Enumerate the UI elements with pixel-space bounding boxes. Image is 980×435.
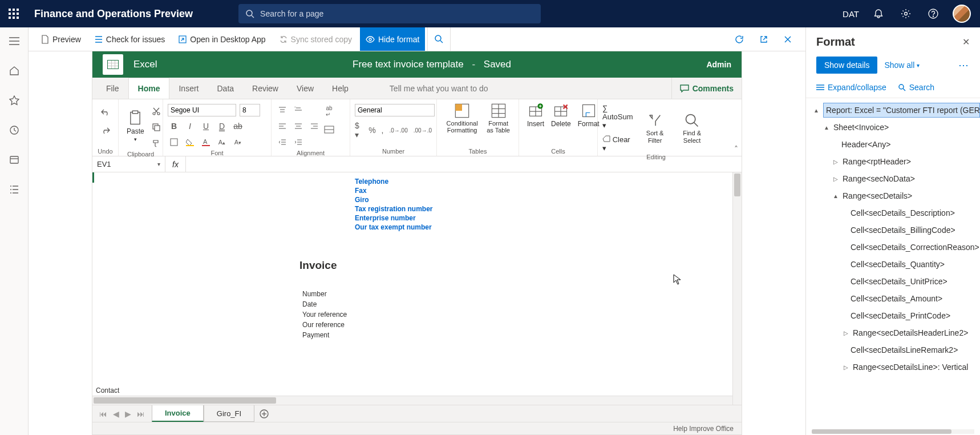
tree-cell-desc[interactable]: Cell<secDetails_Description>	[812, 204, 980, 221]
border-icon[interactable]	[168, 136, 180, 148]
percent-icon[interactable]: %	[368, 126, 375, 135]
tree-cell-price[interactable]: Cell<secDetails_UnitPrice>	[812, 273, 980, 290]
panel-close-icon[interactable]: ✕	[962, 37, 970, 47]
font-color-icon[interactable]: A	[200, 136, 212, 148]
nav-hamburger-icon[interactable]	[7, 34, 21, 48]
align-left-icon[interactable]	[276, 120, 289, 132]
invoice-heading[interactable]: Invoice	[299, 259, 732, 272]
autosum-button[interactable]: ∑ AutoSum ▾	[602, 104, 635, 130]
grow-font-icon[interactable]: A▴	[216, 136, 228, 148]
tree-sheet[interactable]: ▲Sheet<Invoice>	[812, 119, 980, 136]
comma-icon[interactable]: ,	[382, 126, 384, 135]
find-select-button[interactable]: Find & Select	[674, 104, 710, 152]
outdent-icon[interactable]	[276, 136, 289, 148]
cell-fax[interactable]: Fax	[355, 186, 732, 195]
expand-collapse-link[interactable]: Expand/collapse	[816, 83, 886, 92]
tab-help[interactable]: Help	[323, 78, 358, 99]
tree-range-hdrline2[interactable]: ▷Range<secDetailsHeaderLine2>	[812, 324, 980, 341]
indent-icon[interactable]	[292, 136, 305, 148]
refresh-button[interactable]	[728, 27, 751, 51]
tree-range-detailsline[interactable]: ▷Range<secDetailsLine>: Vertical	[812, 359, 980, 376]
redo-icon[interactable]	[99, 124, 112, 137]
delete-cells-button[interactable]: Delete	[548, 102, 574, 129]
sheet-vscroll[interactable]	[732, 172, 742, 405]
comments-button[interactable]: Comments	[671, 78, 742, 99]
inc-decimal-icon[interactable]: .0→.00	[390, 127, 408, 134]
show-all-link[interactable]: Show all▾	[884, 61, 920, 70]
sheet-tab-invoice[interactable]: Invoice	[152, 405, 204, 422]
cell-giro[interactable]: Giro	[355, 195, 732, 204]
tree-cell-printcode[interactable]: Cell<secDetails_PrintCode>	[812, 307, 980, 324]
show-details-button[interactable]: Show details	[816, 57, 877, 74]
currency-icon[interactable]: $ ▾	[355, 121, 363, 139]
tree-cell-remark2[interactable]: Cell<secDetailsLineRemark2>	[812, 341, 980, 359]
tab-view[interactable]: View	[287, 78, 323, 99]
check-issues-button[interactable]: Check for issues	[89, 27, 171, 51]
hide-format-button[interactable]: Hide format	[360, 27, 425, 51]
sheet-tab-giro[interactable]: Giro_FI	[204, 405, 254, 422]
tree-cell-amount[interactable]: Cell<secDetails_Amount>	[812, 290, 980, 307]
nav-modules-icon[interactable]	[7, 183, 21, 196]
gear-icon[interactable]	[898, 6, 914, 22]
format-painter-icon[interactable]	[150, 137, 163, 150]
collapse-ribbon-icon[interactable]: ˄	[734, 144, 738, 154]
copy-icon[interactable]	[150, 121, 163, 134]
underline-icon[interactable]: U	[200, 120, 212, 132]
user-avatar[interactable]	[953, 5, 971, 23]
open-desktop-button[interactable]: Open in Desktop App	[173, 27, 271, 51]
cell-yourref[interactable]: Your reference	[302, 309, 732, 320]
merge-icon[interactable]	[323, 123, 335, 136]
number-format-select[interactable]	[355, 104, 435, 116]
status-help[interactable]: Help Improve Office	[673, 425, 734, 433]
format-table-button[interactable]: Format as Table	[483, 102, 514, 135]
cell-taxexempt[interactable]: Our tax exempt number	[355, 223, 732, 232]
panel-search-link[interactable]: Search	[898, 83, 934, 92]
cell-number[interactable]: Number	[302, 289, 732, 299]
cell-payment[interactable]: Payment	[302, 330, 732, 340]
sheet-nav-next-icon[interactable]: ▶	[125, 409, 131, 418]
align-top-icon[interactable]	[276, 104, 289, 116]
tree-secnodata[interactable]: ▷Range<secNoData>	[812, 170, 980, 187]
tree-cell-qty[interactable]: Cell<secDetails_Quantity>	[812, 256, 980, 273]
cell-ourref[interactable]: Our reference	[302, 320, 732, 330]
sheet-nav-last-icon[interactable]: ⏭	[137, 409, 145, 418]
global-search[interactable]: Search for a page	[238, 4, 541, 23]
align-mid-icon[interactable]	[292, 104, 305, 116]
fx-icon[interactable]: fx	[165, 156, 186, 172]
nav-recent-icon[interactable]	[7, 123, 21, 137]
font-size-select[interactable]	[240, 104, 260, 116]
popout-button[interactable]	[753, 27, 775, 51]
tree-secdetails[interactable]: ▲Range<secDetails>	[812, 187, 980, 204]
dec-decimal-icon[interactable]: .00→.0	[414, 127, 432, 134]
tab-file[interactable]: File	[97, 78, 128, 99]
align-right-icon[interactable]	[308, 120, 321, 132]
sheet-nav-prev-icon[interactable]: ◀	[113, 409, 119, 418]
cell-enterprise[interactable]: Enterprise number	[355, 214, 732, 223]
tab-insert[interactable]: Insert	[169, 78, 208, 99]
app-launcher-icon[interactable]	[5, 5, 23, 23]
shrink-font-icon[interactable]: A▾	[232, 136, 244, 148]
font-name-select[interactable]	[168, 104, 236, 116]
excel-doc-title[interactable]: Free text invoice template	[353, 59, 464, 70]
tree-header[interactable]: Header<Any>	[812, 136, 980, 153]
cell-telephone[interactable]: Telephone	[355, 177, 732, 186]
tree-root[interactable]: ▲Report: Excel = "Customer FTI report (G…	[812, 102, 980, 119]
add-sheet-icon[interactable]	[254, 405, 274, 422]
tree-cell-correction[interactable]: Cell<secDetails_CorrectionReason>	[812, 239, 980, 256]
help-icon[interactable]	[925, 6, 941, 22]
bold-icon[interactable]: B	[168, 120, 180, 132]
align-center-icon[interactable]	[292, 120, 305, 132]
strike-icon[interactable]: ab	[232, 120, 244, 132]
fill-color-icon[interactable]	[184, 136, 196, 148]
tab-home[interactable]: Home	[128, 78, 170, 99]
tree-cell-billing[interactable]: Cell<secDetails_BillingCode>	[812, 221, 980, 239]
insert-cells-button[interactable]: Insert	[524, 102, 548, 129]
nav-home-icon[interactable]	[7, 64, 21, 78]
tree-rptheader[interactable]: ▷Range<rptHeader>	[812, 153, 980, 170]
nav-favorites-icon[interactable]	[7, 94, 21, 107]
cond-format-button[interactable]: Conditional Formatting	[442, 102, 483, 135]
undo-icon[interactable]	[99, 106, 112, 119]
tell-me-input[interactable]: Tell me what you want to do	[380, 78, 506, 99]
sort-filter-button[interactable]: Sort & Filter	[639, 104, 671, 152]
cell-taxreg[interactable]: Tax registration number	[355, 204, 732, 214]
